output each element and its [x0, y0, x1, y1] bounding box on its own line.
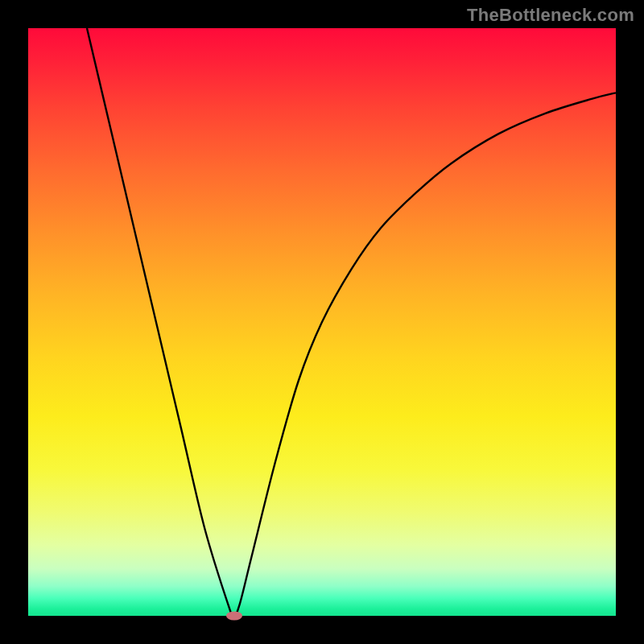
curve-svg — [28, 28, 616, 616]
bottleneck-curve — [87, 28, 616, 616]
plot-area — [28, 28, 616, 616]
chart-frame: TheBottleneck.com — [0, 0, 644, 644]
minimum-marker — [226, 612, 242, 621]
watermark-text: TheBottleneck.com — [467, 5, 634, 26]
